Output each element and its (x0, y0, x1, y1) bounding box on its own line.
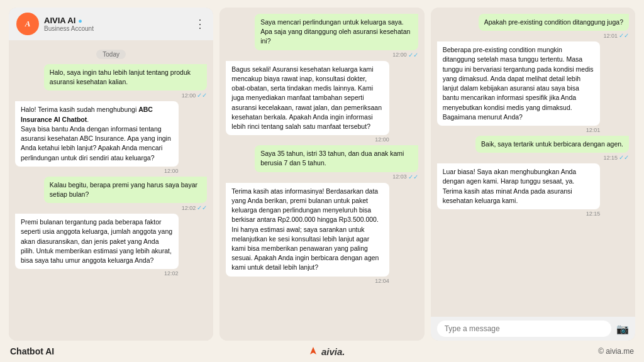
contact-name: AIVIA AI ● (44, 16, 94, 25)
sent-bubble: Baik, saya tertarik untuk berbicara deng… (475, 136, 629, 153)
message-text: Apakah pre-existing condition ditanggung… (484, 18, 623, 26)
message-time: 12:15 (603, 155, 618, 161)
message-row: Kalau begitu, berapa premi yang harus sa… (44, 177, 208, 211)
message-time: 12:15 (586, 211, 601, 217)
footer: Chatbot AI aivia. © aivia.me (0, 343, 644, 362)
message-meta: 12:15 (437, 211, 601, 217)
received-bubble: Halo! Terima kasih sudah menghubungi ABC… (15, 101, 179, 166)
check-icon: ✓✓ (619, 32, 629, 39)
message-meta: 12:15 ✓✓ (475, 154, 629, 161)
right-chat-panel: Apakah pre-existing condition ditanggung… (431, 8, 635, 341)
message-meta: 12:02 (15, 270, 179, 277)
check-icon: ✓✓ (197, 204, 207, 211)
message-meta: 12:00 (15, 168, 179, 174)
footer-brand: aivia. (308, 346, 345, 357)
received-bubble: Bagus sekali! Asuransi kesehatan keluarg… (226, 61, 389, 136)
message-row: Halo, saya ingin tahu lebih lanjut tenta… (44, 64, 208, 99)
check-icon: ✓✓ (408, 52, 418, 58)
message-row: Premi bulanan tergantung pada beberapa f… (15, 214, 179, 277)
message-row: Apakah pre-existing condition ditanggung… (479, 14, 629, 39)
contact-subtitle: Business Account (44, 25, 94, 32)
brand-name: aivia. (321, 346, 345, 357)
camera-icon[interactable]: 📷 (616, 323, 629, 335)
message-time: 12:01 (586, 127, 601, 133)
check-icon: ✓✓ (197, 92, 207, 99)
message-text: Premi bulanan tergantung pada beberapa f… (21, 218, 172, 264)
message-time: 12:01 (603, 33, 618, 39)
message-text: Baik, saya tertarik untuk berbicara deng… (481, 140, 623, 148)
message-time: 12:00 (392, 52, 407, 58)
message-time: 12:02 (164, 270, 179, 277)
message-text: Saya 35 tahun, istri 33 tahun, dan dua a… (260, 150, 404, 167)
message-meta: 12:00 ✓✓ (44, 92, 208, 99)
sent-bubble: Saya mencari perlindungan untuk keluarga… (255, 14, 418, 50)
sent-bubble: Halo, saya ingin tahu lebih lanjut tenta… (44, 64, 208, 90)
message-meta: 12:03 ✓✓ (255, 173, 418, 180)
message-time: 12:03 (392, 173, 407, 180)
message-meta: 12:00 (226, 136, 389, 143)
message-time: 12:02 (182, 205, 196, 211)
message-text: Luar biasa! Saya akan menghubungkan Anda… (443, 168, 577, 204)
message-text: Halo, saya ingin tahu lebih lanjut tenta… (50, 69, 191, 85)
message-row: Terima kasih atas informasinya! Berdasar… (226, 183, 389, 284)
left-chat-panel: A AIVIA AI ● Business Account ⋮ Today (9, 8, 213, 341)
message-time: 12:04 (375, 278, 389, 284)
avatar: A (16, 13, 39, 35)
sent-bubble: Apakah pre-existing condition ditanggung… (479, 14, 629, 31)
message-row: Saya mencari perlindungan untuk keluarga… (255, 14, 418, 58)
message-row: Bagus sekali! Asuransi kesehatan keluarg… (226, 61, 389, 143)
message-text: Beberapa pre-existing condition mungkin … (443, 46, 594, 121)
middle-messages-area: Saya mencari perlindungan untuk keluarga… (219, 8, 424, 341)
sent-bubble: Kalau begitu, berapa premi yang harus sa… (44, 177, 208, 203)
check-icon: ✓✓ (408, 173, 418, 180)
right-messages-area: Apakah pre-existing condition ditanggung… (431, 8, 635, 317)
verified-icon: ● (78, 17, 82, 25)
message-text: Kalau begitu, berapa premi yang harus sa… (50, 181, 197, 198)
chat-header: A AIVIA AI ● Business Account ⋮ (9, 8, 213, 40)
message-input[interactable] (437, 321, 611, 337)
message-meta: 12:01 ✓✓ (479, 32, 629, 39)
message-time: 12:00 (182, 92, 196, 99)
input-area: 📷 (431, 317, 635, 341)
received-bubble: Beberapa pre-existing condition mungkin … (437, 41, 601, 126)
svg-marker-0 (310, 347, 316, 354)
left-messages-area: Today Halo, saya ingin tahu lebih lanjut… (9, 40, 213, 341)
message-row: Baik, saya tertarik untuk berbicara deng… (475, 136, 629, 161)
footer-chatbot-label: Chatbot AI (10, 346, 54, 356)
message-text: Halo! Terima kasih sudah menghubungi ABC… (21, 106, 171, 161)
message-time: 12:00 (375, 136, 389, 143)
received-bubble: Luar biasa! Saya akan menghubungkan Anda… (437, 163, 601, 209)
message-row: Halo! Terima kasih sudah menghubungi ABC… (15, 101, 179, 173)
sent-bubble: Saya 35 tahun, istri 33 tahun, dan dua a… (255, 145, 418, 172)
message-row: Luar biasa! Saya akan menghubungkan Anda… (437, 163, 601, 217)
aivia-logo-icon (308, 346, 319, 357)
received-bubble: Premi bulanan tergantung pada beberapa f… (15, 214, 179, 269)
check-icon: ✓✓ (619, 154, 629, 161)
footer-copyright: © aivia.me (598, 347, 634, 356)
received-bubble: Terima kasih atas informasinya! Berdasar… (226, 183, 389, 277)
message-meta: 12:02 ✓✓ (44, 204, 208, 211)
middle-chat-panel: Saya mencari perlindungan untuk keluarga… (219, 8, 424, 341)
date-badge: Today (15, 48, 207, 59)
message-text: Terima kasih atas informasinya! Berdasar… (231, 187, 379, 272)
message-row: Saya 35 tahun, istri 33 tahun, dan dua a… (255, 145, 418, 180)
message-time: 12:00 (164, 168, 179, 174)
message-text: Bagus sekali! Asuransi kesehatan keluarg… (231, 65, 382, 130)
menu-dots-icon[interactable]: ⋮ (194, 17, 206, 31)
message-meta: 12:01 (437, 127, 601, 133)
message-meta: 12:00 ✓✓ (255, 52, 418, 58)
message-text: Saya mencari perlindungan untuk keluarga… (260, 18, 410, 45)
message-meta: 12:04 (226, 278, 389, 284)
message-row: Beberapa pre-existing condition mungkin … (437, 41, 601, 133)
